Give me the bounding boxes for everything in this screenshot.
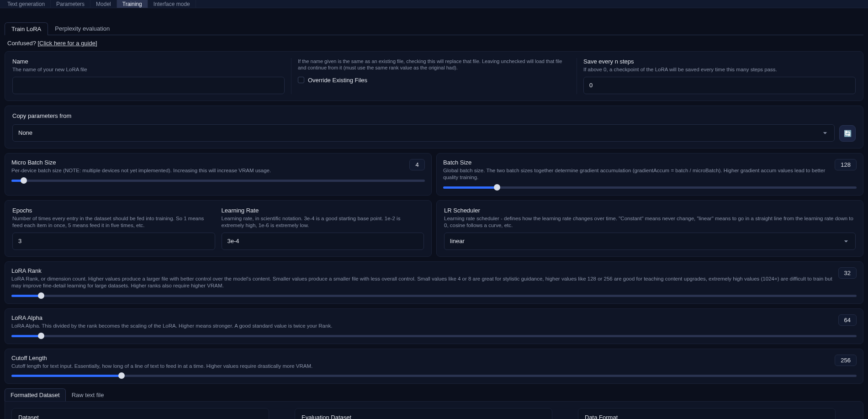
lora-alpha-label: LoRA Alpha bbox=[11, 314, 834, 321]
epochs-sub: Number of times every entry in the datas… bbox=[12, 215, 215, 229]
slider-thumb[interactable] bbox=[494, 184, 500, 191]
lr-scheduler-panel: LR Scheduler Learning rate scheduler - d… bbox=[436, 200, 863, 257]
lr-scheduler-select[interactable]: linear bbox=[444, 233, 856, 250]
name-label: Name bbox=[12, 58, 285, 65]
name-row-panel: Name The name of your new LoRA file If t… bbox=[5, 51, 863, 101]
cutoff-value[interactable]: 256 bbox=[835, 355, 857, 366]
subtab-train-lora[interactable]: Train LoRA bbox=[5, 22, 48, 35]
override-label: Override Existing Files bbox=[308, 77, 367, 84]
lora-alpha-slider[interactable] bbox=[11, 335, 857, 337]
dataset-panel: Dataset The dataset file to use for trai… bbox=[5, 401, 863, 419]
lora-alpha-sub: LoRA Alpha. This divided by the rank bec… bbox=[11, 323, 834, 329]
copy-params-refresh-button[interactable]: 🔄 bbox=[839, 125, 856, 142]
override-checkbox[interactable] bbox=[298, 77, 304, 83]
lora-rank-sub: LoRA Rank, or dimension count. Higher va… bbox=[11, 276, 834, 289]
copy-params-label: Copy parameters from bbox=[12, 112, 856, 119]
eval-dataset-label: Evaluation Dataset bbox=[302, 414, 545, 419]
guide-link[interactable]: [Click here for a guide] bbox=[38, 40, 97, 47]
data-format-cell: Data Format The format file used to deci… bbox=[578, 408, 836, 419]
tab-text-generation[interactable]: Text generation bbox=[2, 0, 51, 8]
lr-label: Learning Rate bbox=[222, 207, 424, 214]
cutoff-label: Cutoff Length bbox=[11, 355, 830, 361]
top-tabs: Text generation Parameters Model Trainin… bbox=[0, 0, 868, 8]
lr-input[interactable] bbox=[222, 233, 424, 250]
lr-sched-sub: Learning rate scheduler - defines how th… bbox=[444, 215, 856, 229]
lora-alpha-value[interactable]: 64 bbox=[838, 314, 857, 326]
copy-params-select[interactable]: None bbox=[12, 124, 835, 142]
tab-model[interactable]: Model bbox=[90, 0, 117, 8]
slider-thumb[interactable] bbox=[38, 333, 44, 339]
tab-training[interactable]: Training bbox=[117, 0, 148, 8]
dstab-raw[interactable]: Raw text file bbox=[66, 388, 110, 401]
tab-interface-mode[interactable]: Interface mode bbox=[148, 0, 196, 8]
guide-text: Confused? [Click here for a guide] bbox=[5, 35, 863, 51]
lora-rank-value[interactable]: 32 bbox=[838, 267, 857, 279]
slider-thumb[interactable] bbox=[21, 177, 27, 184]
copy-params-panel: Copy parameters from None 🔄 bbox=[5, 106, 863, 149]
micro-batch-label: Micro Batch Size bbox=[11, 159, 405, 166]
lora-rank-panel: LoRA Rank LoRA Rank, or dimension count.… bbox=[5, 261, 863, 304]
lr-sched-label: LR Scheduler bbox=[444, 207, 856, 214]
epochs-input[interactable] bbox=[12, 233, 215, 250]
batch-size-panel: Batch Size Global batch size. The two ba… bbox=[436, 153, 863, 196]
lora-alpha-panel: LoRA Alpha LoRA Alpha. This divided by t… bbox=[5, 308, 863, 344]
data-format-label: Data Format bbox=[585, 414, 829, 419]
lora-rank-label: LoRA Rank bbox=[11, 267, 834, 274]
cutoff-slider[interactable] bbox=[11, 375, 857, 377]
slider-thumb[interactable] bbox=[118, 372, 125, 379]
tab-parameters[interactable]: Parameters bbox=[51, 0, 90, 8]
batch-size-slider[interactable] bbox=[443, 186, 857, 189]
save-steps-input[interactable] bbox=[583, 77, 856, 94]
cutoff-panel: Cutoff Length Cutoff length for text inp… bbox=[5, 349, 863, 384]
lr-sub: Learning rate, in scientific notation. 3… bbox=[222, 215, 424, 229]
dataset-label: Dataset bbox=[18, 414, 262, 419]
slider-thumb[interactable] bbox=[38, 292, 44, 299]
lora-rank-slider[interactable] bbox=[11, 295, 857, 297]
micro-batch-slider[interactable] bbox=[11, 180, 425, 182]
name-input[interactable] bbox=[12, 77, 285, 94]
batch-size-value[interactable]: 128 bbox=[835, 159, 857, 170]
micro-batch-value[interactable]: 4 bbox=[409, 159, 425, 170]
name-sub: The name of your new LoRA file bbox=[12, 66, 285, 73]
epoch-lr-panel: Epochs Number of times every entry in th… bbox=[5, 200, 432, 257]
refresh-icon: 🔄 bbox=[844, 130, 852, 137]
save-steps-label: Save every n steps bbox=[583, 58, 856, 65]
batch-size-sub: Global batch size. The two batch sizes t… bbox=[443, 167, 830, 181]
save-steps-sub: If above 0, a checkpoint of the LoRA wil… bbox=[583, 66, 856, 73]
eval-dataset-cell: Evaluation Dataset The (optional) datase… bbox=[295, 408, 552, 419]
micro-batch-sub: Per-device batch size (NOTE: multiple de… bbox=[11, 167, 405, 174]
dataset-cell: Dataset The dataset file to use for trai… bbox=[11, 408, 269, 419]
cutoff-sub: Cutoff length for text input. Essentiall… bbox=[11, 363, 830, 370]
micro-batch-panel: Micro Batch Size Per-device batch size (… bbox=[5, 153, 432, 196]
dataset-tabs: Formatted Dataset Raw text file bbox=[5, 388, 863, 401]
dstab-formatted[interactable]: Formatted Dataset bbox=[5, 388, 66, 401]
override-desc: If the name given is the same as an exis… bbox=[298, 58, 570, 71]
batch-size-label: Batch Size bbox=[443, 159, 830, 166]
epochs-label: Epochs bbox=[12, 207, 215, 214]
sub-tabs: Train LoRA Perplexity evaluation bbox=[5, 22, 863, 35]
subtab-perplexity[interactable]: Perplexity evaluation bbox=[48, 22, 116, 35]
